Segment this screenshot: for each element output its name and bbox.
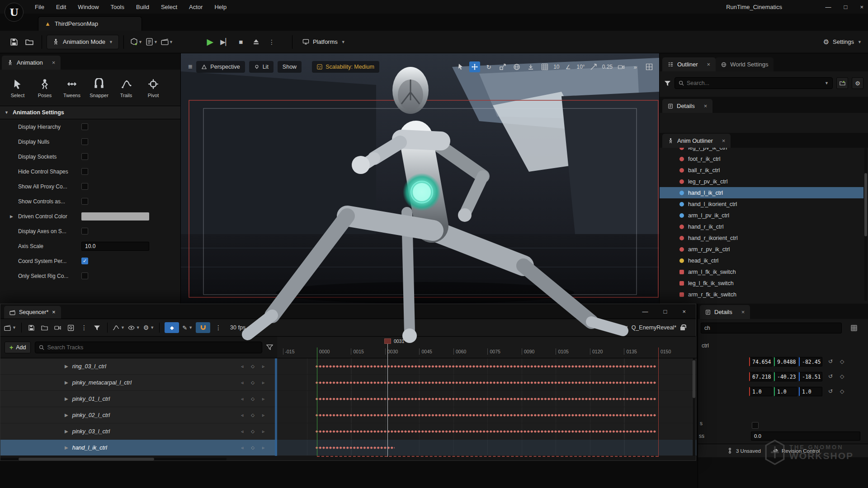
save-sequence-button[interactable] [27,322,37,333]
outliner-search-input[interactable] [687,80,822,86]
sequencer-vertical-scrollbar[interactable] [693,358,695,456]
details-checkbox[interactable] [752,422,759,429]
track-filter-icon[interactable] [266,344,273,351]
tool-pivot[interactable]: Pivot [140,73,166,103]
close-button[interactable]: × [860,4,863,10]
tab-details-top[interactable]: Details × [662,99,712,113]
editor-mode-dropdown[interactable]: Animation Mode ▼ [47,35,119,49]
perspective-dropdown[interactable]: Perspective [196,61,245,73]
playback-options-dropdown[interactable]: ⚙▼ [143,322,154,333]
outliner-search-box[interactable]: ▼ [675,77,833,89]
surface-snap-icon[interactable] [525,61,536,72]
stop-button[interactable]: ■ [234,35,248,49]
timeline-row-pinky-01-l-ctrl[interactable] [277,391,697,407]
details-value-input[interactable]: 0.0 [751,432,860,441]
reset-icon[interactable]: ↺ [828,388,833,394]
timeline-row-ring-03-l-ctrl[interactable] [277,358,697,375]
curve-editor-dropdown[interactable]: ▼ [113,322,125,333]
sequencer-timeline[interactable] [277,358,697,456]
tool-tweens[interactable]: Tweens [59,73,85,103]
setting-checkbox[interactable] [81,183,88,190]
anim-outliner-item-arm-r-fk-ik-switch[interactable]: arm_r_fk_ik_switch [660,289,863,300]
keyframe-dots[interactable] [315,364,656,369]
tab-anim-outliner[interactable]: Anim Outliner × [662,134,731,148]
timeline-row-pinky-metacarpal-l-ctrl[interactable] [277,375,697,391]
sequencer-horizontal-scrollbar[interactable] [0,458,226,460]
setting-checkbox[interactable] [81,168,88,175]
tool-snapper[interactable]: Snapper [86,73,112,103]
tool-poses[interactable]: Poses [32,73,58,103]
keyframe-dots[interactable] [315,413,656,418]
sequence-browse-dropdown[interactable]: ▼ [4,322,16,333]
menu-build[interactable]: Build [130,0,155,14]
view-options-dropdown[interactable]: ▼ [128,322,140,333]
tab-details-bottom[interactable]: Details × [700,305,750,319]
expand-chevron-icon[interactable]: ▶ [65,445,68,450]
filter-icon[interactable] [664,80,671,87]
keyframe-dots[interactable] [315,429,656,434]
world-space-icon[interactable] [511,61,522,72]
anim-outliner-item-arm-l-pv-ik-ctrl[interactable]: arm_l_pv_ik_ctrl [660,210,863,221]
play-button[interactable]: ▶ [203,35,217,49]
track-search-box[interactable] [35,342,262,353]
reset-icon[interactable]: ↺ [828,358,833,365]
transform-value-0-2[interactable]: -82.45 [799,357,822,366]
scale-tool-icon[interactable] [497,61,508,72]
keyframe-nav[interactable]: ◃◇▹ [241,364,264,369]
new-folder-button[interactable] [836,77,848,89]
auto-key-dropdown[interactable]: ✎▼ [182,322,193,333]
tab-sequencer[interactable]: Sequencer* × [4,306,61,319]
expand-chevron-icon[interactable]: ▶ [65,429,68,434]
rotation-snap-value[interactable]: 10° [576,64,585,70]
platforms-dropdown[interactable]: Platforms ▼ [297,35,351,49]
expander-icon[interactable]: ▶ [10,214,13,219]
toolbar-settings-button[interactable]: ⚙ Settings ▼ [823,38,862,46]
keyframe-dots[interactable] [315,380,656,385]
close-icon[interactable]: × [741,309,745,315]
browse-sequence-button[interactable] [40,322,50,333]
fps-dropdown[interactable]: 30 fps ▼ [226,324,256,331]
close-icon[interactable]: × [704,103,708,109]
anim-outliner-item-leg-l-fk-ik-switch[interactable]: leg_l_fk_ik_switch [660,277,863,289]
keyframe-nav[interactable]: ◃◇▹ [241,380,264,385]
keyframe-diamond-icon[interactable]: ◇ [840,373,844,380]
menu-select[interactable]: Select [155,0,183,14]
minimize-button[interactable]: — [826,4,831,10]
expand-chevron-icon[interactable]: ▶ [65,413,68,418]
add-track-button[interactable]: + Add [5,342,31,353]
transform-value-0-0[interactable]: 74.654 [749,357,773,366]
keyframe-nav[interactable]: ◃◇▹ [241,413,264,418]
keyframe-diamond-icon[interactable]: ◇ [840,358,844,365]
transform-value-2-0[interactable]: 1.0 [749,387,773,396]
close-icon[interactable]: × [52,309,55,315]
track-hand-l-ik-ctrl[interactable]: ▶hand_l_ik_ctrl◃◇▹ [0,440,277,456]
expand-chevron-icon[interactable]: ▶ [65,364,68,369]
keyframe-button[interactable]: ◆ [165,322,179,333]
select-tool-icon[interactable] [455,61,466,72]
track-filters-button[interactable] [92,322,102,333]
snap-options-kebab[interactable]: ⋮ [213,322,223,333]
anim-outliner-item-leg-r-pv-ik-ctrl[interactable]: leg_r_pv_ik_ctrl [660,176,863,187]
create-camera-button[interactable] [53,322,63,333]
minimize-button[interactable]: — [642,308,648,315]
menu-edit[interactable]: Edit [50,0,72,14]
anim-outliner-item-head-ik-ctrl[interactable]: head_ik_ctrl [660,255,863,266]
track-search-input[interactable] [47,344,258,351]
transform-value-1-0[interactable]: 67.218 [749,372,773,381]
keyframe-diamond-icon[interactable]: ◇ [840,388,844,394]
expand-toolbar-icon[interactable]: » [630,61,641,72]
anim-outliner-scrollbar[interactable] [864,148,867,301]
chevron-down-icon[interactable]: ▼ [825,81,829,85]
lock-icon[interactable] [680,327,685,330]
timeline-row-hand-l-ik-ctrl[interactable] [277,440,697,456]
setting-checkbox[interactable] [81,228,88,235]
maximize-button[interactable]: □ [844,4,848,10]
camera-speed-icon[interactable] [616,61,627,72]
sequencer-kebab[interactable]: ⋮ [79,322,89,333]
move-tool-icon[interactable] [469,61,480,72]
tab-world-settings[interactable]: World Settings [716,57,774,71]
tool-trails[interactable]: Trails [113,73,139,103]
setting-checkbox[interactable] [81,138,88,145]
anim-outliner-item-hand-l-ikorient-ctrl[interactable]: hand_l_ikorient_ctrl [660,198,863,210]
viewport[interactable]: ≡ Perspective Lit Show Scalability: Medi… [181,53,659,304]
